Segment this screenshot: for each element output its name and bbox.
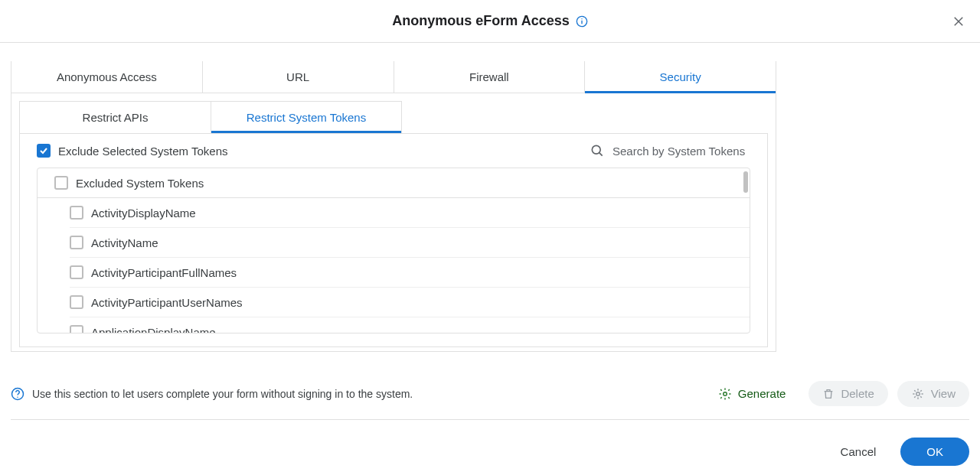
footer-bar: Use this section to let users complete y…: [11, 377, 969, 420]
generate-button[interactable]: Generate: [704, 381, 800, 407]
subtab-restrict-apis[interactable]: Restrict APIs: [19, 101, 211, 133]
svg-line-18: [920, 390, 922, 392]
dialog-title-wrap: Anonymous eForm Access: [392, 13, 587, 29]
exclude-checkbox[interactable]: [37, 144, 51, 158]
content-area: Anonymous AccessURLFirewallSecurity Rest…: [0, 61, 980, 352]
exclude-label: Exclude Selected System Tokens: [58, 145, 228, 158]
token-row: ActivityDisplayName: [70, 198, 750, 228]
cancel-button[interactable]: Cancel: [831, 439, 886, 464]
delete-button: Delete: [808, 381, 887, 406]
tab-anonymous-access[interactable]: Anonymous Access: [11, 61, 203, 93]
ok-button[interactable]: OK: [900, 438, 969, 466]
dialog-footer: Cancel OK: [831, 438, 969, 466]
token-checkbox[interactable]: [70, 265, 83, 279]
svg-line-17: [914, 396, 916, 398]
token-checkbox[interactable]: [70, 206, 83, 220]
tab-security[interactable]: Security: [585, 61, 776, 93]
main-tabs: Anonymous AccessURLFirewallSecurity: [11, 61, 776, 93]
svg-point-10: [916, 392, 920, 395]
footer-help-text: Use this section to let users complete y…: [32, 388, 413, 400]
dialog-header: Anonymous eForm Access: [0, 0, 980, 43]
token-list[interactable]: ActivityDisplayNameActivityNameActivityP…: [38, 198, 750, 333]
view-icon: [911, 387, 925, 401]
search-input[interactable]: [612, 145, 750, 158]
subtab-restrict-system-tokens[interactable]: Restrict System Tokens: [211, 101, 402, 133]
token-label: ActivityName: [91, 236, 158, 249]
token-row: ActivityParticipantUserNames: [70, 288, 750, 317]
svg-point-8: [17, 396, 18, 398]
restrict-tokens-panel: Exclude Selected System Tokens Excluded …: [19, 133, 768, 347]
exclude-left: Exclude Selected System Tokens: [37, 144, 228, 158]
token-row: ActivityParticipantFullNames: [70, 258, 750, 288]
token-label: ActivityParticipantUserNames: [91, 296, 243, 309]
footer-left: Use this section to let users complete y…: [11, 387, 413, 401]
view-button: View: [897, 381, 969, 407]
sub-tabs: Restrict APIsRestrict System Tokens: [11, 93, 776, 133]
token-row: ApplicationDisplayName: [70, 317, 750, 333]
token-checkbox[interactable]: [70, 295, 83, 309]
tab-url[interactable]: URL: [203, 61, 394, 93]
token-label: ActivityParticipantFullNames: [91, 266, 237, 279]
token-header-checkbox[interactable]: [54, 176, 68, 190]
security-panel: Restrict APIsRestrict System Tokens Excl…: [11, 93, 776, 352]
token-row: ActivityName: [70, 228, 750, 258]
footer-right: Generate Delete View: [704, 381, 969, 407]
info-icon[interactable]: [576, 15, 588, 28]
search-wrap: [590, 143, 750, 158]
help-icon[interactable]: [11, 387, 24, 401]
token-checkbox[interactable]: [70, 325, 83, 333]
trash-icon: [822, 388, 835, 400]
delete-label: Delete: [841, 387, 874, 400]
view-label: View: [931, 387, 956, 400]
svg-point-2: [581, 18, 582, 19]
dialog-title: Anonymous eForm Access: [392, 13, 569, 29]
token-label: ActivityDisplayName: [91, 207, 196, 220]
exclude-row: Exclude Selected System Tokens: [20, 134, 767, 168]
tab-firewall[interactable]: Firewall: [394, 61, 586, 93]
svg-line-16: [920, 396, 922, 398]
token-table: Excluded System Tokens ActivityDisplayNa…: [37, 168, 750, 333]
token-label: ApplicationDisplayName: [91, 326, 216, 333]
scrollbar-thumb[interactable]: [743, 171, 748, 193]
close-icon[interactable]: [949, 12, 968, 31]
gear-icon: [718, 387, 732, 401]
generate-label: Generate: [738, 387, 786, 400]
svg-point-5: [592, 145, 600, 154]
search-icon[interactable]: [590, 143, 605, 158]
token-checkbox[interactable]: [70, 236, 83, 249]
token-header: Excluded System Tokens: [38, 168, 750, 198]
svg-line-15: [914, 390, 916, 392]
svg-line-6: [599, 153, 603, 156]
token-header-label: Excluded System Tokens: [76, 177, 204, 190]
svg-point-9: [724, 392, 727, 395]
